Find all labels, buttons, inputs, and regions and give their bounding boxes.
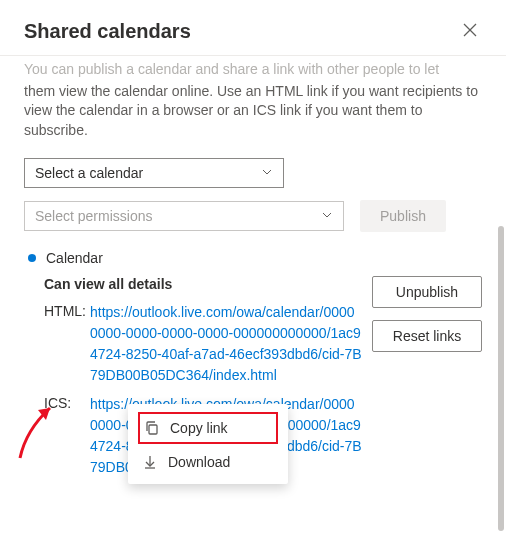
dialog-title: Shared calendars (24, 20, 191, 43)
dialog-header: Shared calendars (0, 0, 506, 56)
ics-link-label: ICS: (44, 394, 90, 478)
scrollbar-thumb[interactable] (498, 226, 504, 531)
calendar-color-dot (28, 254, 36, 262)
context-menu: Copy link Download (128, 404, 288, 484)
chevron-down-icon (321, 208, 333, 224)
download-icon (142, 454, 158, 470)
chevron-down-icon (261, 165, 273, 181)
close-icon (462, 26, 478, 41)
publish-button[interactable]: Publish (360, 200, 446, 232)
select-calendar-dropdown[interactable]: Select a calendar (24, 158, 284, 188)
html-link-url[interactable]: https://outlook.live.com/owa/calendar/00… (90, 302, 362, 386)
select-permissions-placeholder: Select permissions (35, 208, 153, 224)
copy-icon (144, 420, 160, 436)
shared-calendars-dialog: Shared calendars You can publish a calen… (0, 0, 506, 556)
context-menu-copy-link[interactable]: Copy link (138, 412, 278, 444)
calendar-name: Calendar (46, 250, 103, 266)
actions-column: Unpublish Reset links (372, 276, 482, 352)
context-menu-copy-label: Copy link (170, 420, 228, 436)
html-link[interactable]: https://outlook.live.com/owa/calendar/00… (90, 304, 362, 383)
description-rest: them view the calendar online. Use an HT… (24, 83, 478, 138)
permission-level: Can view all details (44, 276, 362, 292)
context-menu-download[interactable]: Download (128, 446, 288, 478)
close-button[interactable] (458, 18, 482, 45)
svg-rect-3 (149, 425, 157, 434)
description-truncated: You can publish a calendar and share a l… (24, 60, 482, 80)
context-menu-download-label: Download (168, 454, 230, 470)
select-calendar-placeholder: Select a calendar (35, 165, 143, 181)
reset-links-button[interactable]: Reset links (372, 320, 482, 352)
select-permissions-dropdown[interactable]: Select permissions (24, 201, 344, 231)
description-text: You can publish a calendar and share a l… (24, 62, 482, 140)
scrollbar-track[interactable] (498, 56, 504, 550)
permissions-row: Select permissions Publish (24, 200, 482, 232)
html-link-label: HTML: (44, 302, 90, 386)
unpublish-button[interactable]: Unpublish (372, 276, 482, 308)
calendar-row: Calendar (24, 250, 482, 266)
